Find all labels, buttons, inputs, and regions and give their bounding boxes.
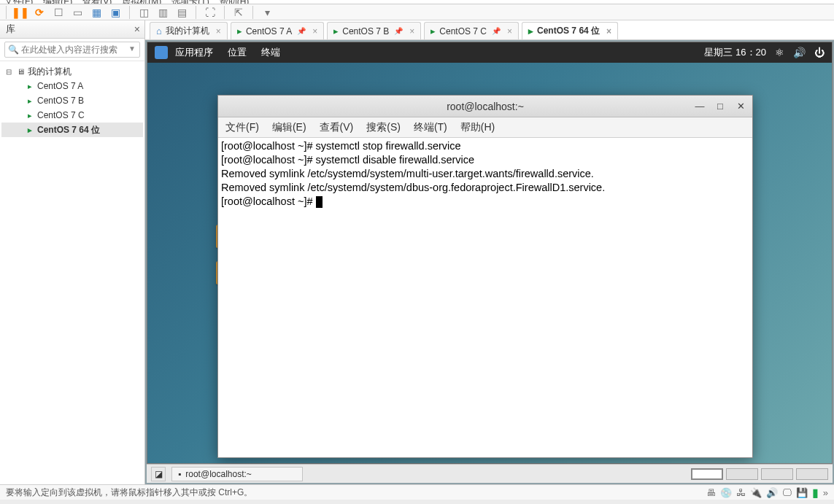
search-input[interactable]: [4, 42, 140, 58]
workspace-4[interactable]: [796, 468, 828, 480]
snapshot-icon[interactable]: ☐: [52, 6, 65, 19]
sound-icon[interactable]: 🔊: [766, 487, 778, 498]
pin-icon[interactable]: 📌: [297, 27, 306, 35]
tab-centos-64[interactable]: ▸ CentOS 7 64 位 ×: [522, 22, 618, 39]
taskbar-item-terminal[interactable]: ▪ root@localhost:~: [171, 467, 303, 481]
usb-icon[interactable]: 🔌: [750, 487, 762, 498]
sidebar-header: 库 ×: [0, 20, 144, 39]
hdd-icon[interactable]: 💾: [796, 487, 808, 498]
close-icon[interactable]: ×: [312, 26, 317, 36]
computer-icon: 🖥: [15, 66, 26, 77]
menu-file[interactable]: 文件(F): [225, 121, 259, 134]
terminal-icon: ▪: [178, 469, 181, 479]
gnome-top-bar: 应用程序 位置 终端 星期三 16：20 ⚛ 🔊 ⏻: [147, 42, 832, 63]
tab-centos-a[interactable]: ▸ CentOS 7 A 📌 ×: [231, 22, 324, 39]
status-hint: 要将输入定向到该虚拟机，请将鼠标指针移入其中或按 Ctrl+G。: [6, 486, 252, 499]
terminal-output[interactable]: [root@localhost ~]# systemctl stop firew…: [218, 138, 752, 457]
terminal-titlebar[interactable]: root@localhost:~ — □ ✕: [218, 96, 752, 117]
snapshot2-icon[interactable]: ▭: [71, 6, 84, 19]
close-icon[interactable]: ×: [216, 26, 221, 36]
power-icon[interactable]: ⟳: [33, 6, 46, 19]
vm-tabs: ⌂ 我的计算机 × ▸ CentOS 7 A 📌 × ▸ CentOS 7 B …: [145, 20, 834, 40]
menu-view[interactable]: 查看(V): [320, 121, 354, 134]
vm-icon: ▸: [528, 26, 533, 36]
tab-centos-c[interactable]: ▸ CentOS 7 C 📌 ×: [424, 22, 519, 39]
vm-icon: ▸: [25, 110, 35, 120]
workspace-switcher[interactable]: [691, 468, 828, 480]
sidebar-close-icon[interactable]: ×: [134, 23, 140, 35]
guest-desktop[interactable]: 应用程序 位置 终端 星期三 16：20 ⚛ 🔊 ⏻ roo: [147, 42, 833, 464]
pin-icon[interactable]: 📌: [492, 27, 501, 35]
tree-item-centos-c[interactable]: ▸ CentOS 7 C: [1, 108, 143, 123]
apps-menu[interactable]: 应用程序: [175, 46, 213, 59]
vm-icon: ▸: [25, 81, 35, 91]
status-icons: 🖶 💿 🖧 🔌 🔊 🖵 💾 ▮ »: [706, 486, 828, 500]
workspace-1[interactable]: [691, 468, 723, 480]
tool2-icon[interactable]: ▣: [109, 6, 122, 19]
library-sidebar: 库 × 🔍 ▼ ⊟ 🖥 我的计算机 ▸ CentOS 7 A ▸ CentOS …: [0, 20, 145, 484]
workspace-3[interactable]: [761, 468, 793, 480]
menu-help[interactable]: 帮助(H): [460, 121, 495, 134]
fullscreen-icon[interactable]: ⛶: [204, 6, 217, 19]
show-desktop-icon[interactable]: ◪: [151, 467, 166, 481]
terminal-title: root@localhost:~: [447, 101, 524, 112]
pin-icon[interactable]: 📌: [394, 27, 403, 35]
menu-edit[interactable]: 编辑(E): [272, 121, 306, 134]
tree-item-centos-64[interactable]: ▸ CentOS 7 64 位: [1, 123, 143, 137]
dropdown-icon[interactable]: ▼: [128, 44, 136, 53]
network-icon[interactable]: 🖧: [736, 487, 746, 498]
network-icon[interactable]: ⚛: [775, 47, 784, 58]
maximize-icon[interactable]: □: [713, 100, 727, 113]
cd-icon[interactable]: 💿: [720, 487, 732, 498]
gnome-taskbar: ◪ ▪ root@localhost:~: [147, 464, 833, 483]
host-toolbar: ❚❚ ⟳ ☐ ▭ ▦ ▣ ◫ ▥ ▤ ⛶ ⇱ ▾: [0, 4, 834, 20]
close-icon[interactable]: ×: [409, 26, 414, 36]
tree-root[interactable]: ⊟ 🖥 我的计算机: [1, 64, 143, 79]
layout1-icon[interactable]: ◫: [137, 6, 150, 19]
close-icon[interactable]: ×: [507, 26, 512, 36]
tool-icon[interactable]: ▦: [90, 6, 103, 19]
vm-icon: ▸: [25, 125, 35, 135]
close-icon[interactable]: ×: [606, 26, 611, 36]
close-icon[interactable]: ✕: [733, 100, 748, 113]
dropdown-icon[interactable]: ▾: [260, 6, 274, 19]
running-icon[interactable]: ▮: [812, 486, 819, 500]
places-menu[interactable]: 位置: [228, 46, 247, 59]
vm-display-area: 应用程序 位置 终端 星期三 16：20 ⚛ 🔊 ⏻ roo: [145, 40, 834, 484]
home-icon: ⌂: [156, 26, 162, 36]
tree-item-centos-b[interactable]: ▸ CentOS 7 B: [1, 93, 143, 108]
layout2-icon[interactable]: ▥: [156, 6, 169, 19]
menu-terminal[interactable]: 终端(T): [414, 121, 447, 134]
cursor: [316, 196, 323, 208]
activities-icon[interactable]: [155, 46, 168, 59]
workspace-2[interactable]: [726, 468, 758, 480]
pause-icon[interactable]: ❚❚: [14, 6, 27, 19]
export-icon[interactable]: ⇱: [232, 6, 245, 19]
minimize-icon[interactable]: —: [692, 100, 707, 113]
terminal-window: root@localhost:~ — □ ✕ 文件(F) 编辑(E) 查看(V)…: [217, 95, 753, 458]
vm-icon: ▸: [25, 96, 35, 106]
vm-tree: ⊟ 🖥 我的计算机 ▸ CentOS 7 A ▸ CentOS 7 B ▸ Ce…: [0, 61, 144, 484]
menu-search[interactable]: 搜索(S): [366, 121, 401, 134]
volume-icon[interactable]: 🔊: [793, 47, 806, 58]
tab-centos-b[interactable]: ▸ CentOS 7 B 📌 ×: [327, 22, 421, 39]
chevron-icon[interactable]: »: [823, 487, 828, 498]
power-icon[interactable]: ⏻: [814, 47, 825, 58]
vm-icon: ▸: [237, 26, 242, 36]
display-icon[interactable]: 🖵: [782, 487, 792, 498]
printer-icon[interactable]: 🖶: [706, 487, 716, 498]
sidebar-title: 库: [6, 23, 15, 36]
layout3-icon[interactable]: ▤: [175, 6, 188, 19]
clock[interactable]: 星期三 16：20: [704, 46, 766, 59]
search-icon: 🔍: [8, 44, 19, 55]
terminal-menu[interactable]: 终端: [261, 46, 280, 59]
terminal-menu-bar: 文件(F) 编辑(E) 查看(V) 搜索(S) 终端(T) 帮助(H): [218, 117, 752, 138]
vm-icon: ▸: [430, 26, 436, 36]
tab-home[interactable]: ⌂ 我的计算机 ×: [150, 22, 228, 39]
host-statusbar: 要将输入定向到该虚拟机，请将鼠标指针移入其中或按 Ctrl+G。 🖶 💿 🖧 🔌…: [0, 484, 834, 500]
vm-icon: ▸: [333, 26, 339, 36]
tree-item-centos-a[interactable]: ▸ CentOS 7 A: [1, 79, 143, 93]
collapse-icon[interactable]: ⊟: [6, 68, 13, 76]
